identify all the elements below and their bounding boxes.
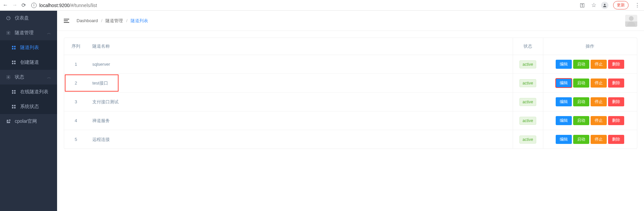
key-icon[interactable]: ⚿	[580, 2, 587, 8]
status-badge: active	[519, 136, 536, 144]
gear-icon	[6, 75, 11, 80]
chevron-up-icon: ︿	[47, 30, 51, 36]
sidebar-item-create-tunnel[interactable]: 创建隧道	[0, 55, 57, 70]
sidebar-item-label: 仪表盘	[15, 15, 29, 21]
url-bar[interactable]: i localhost:9200/#/tunnels/list	[29, 3, 97, 8]
stop-button[interactable]: 停止	[591, 97, 607, 106]
start-button[interactable]: 启动	[573, 116, 589, 125]
dashboard-icon	[6, 16, 11, 20]
sidebar-item-cpolar-site[interactable]: cpolar官网	[0, 114, 57, 129]
cell-name: 远程连接	[88, 130, 513, 149]
profile-button[interactable]	[601, 2, 608, 9]
chrome-right: ⚿ ☆ 更新 ⋮	[580, 1, 641, 9]
sidebar-toggle-icon[interactable]	[64, 18, 70, 24]
start-button[interactable]: 启动	[573, 135, 589, 144]
table-row: 5远程连接active编辑启动停止删除	[64, 130, 637, 149]
sidebar-item-label: 系统状态	[20, 104, 39, 110]
svg-point-0	[604, 4, 606, 5]
cell-name: test接口	[88, 74, 513, 93]
edit-button[interactable]: 编辑	[556, 78, 572, 88]
th-index: 序列	[64, 38, 88, 55]
grid-icon	[11, 45, 16, 50]
cell-index: 4	[64, 111, 88, 130]
delete-button[interactable]: 删除	[608, 116, 624, 125]
chevron-up-icon: ︿	[47, 74, 51, 80]
cell-actions: 编辑启动停止删除	[543, 111, 637, 130]
start-button[interactable]: 启动	[573, 60, 589, 69]
back-button[interactable]: ←	[3, 2, 8, 8]
main: Dashboard / 隧道管理 / 隧道列表 序列 隧道名称 状态 操作	[57, 11, 644, 211]
person-icon	[602, 3, 607, 8]
cell-actions: 编辑启动停止删除	[543, 74, 637, 93]
cell-status: active	[513, 74, 543, 93]
th-status: 状态	[513, 38, 543, 55]
svg-rect-6	[14, 48, 15, 49]
sidebar-item-online-tunnels[interactable]: 在线隧道列表	[0, 85, 57, 99]
delete-button[interactable]: 删除	[608, 78, 624, 88]
grid-icon	[11, 104, 16, 109]
svg-rect-16	[12, 105, 13, 106]
cell-actions: 编辑启动停止删除	[543, 130, 637, 149]
sidebar-item-label: 隧道管理	[15, 30, 34, 36]
avatar[interactable]	[625, 15, 637, 27]
status-badge: active	[519, 117, 536, 125]
edit-button[interactable]: 编辑	[556, 60, 572, 69]
svg-rect-9	[12, 63, 13, 64]
delete-button[interactable]: 删除	[608, 97, 624, 106]
reload-button[interactable]: ⟳	[21, 2, 26, 8]
stop-button[interactable]: 停止	[591, 116, 607, 125]
table-row: 4禅道服务active编辑启动停止删除	[64, 111, 637, 130]
sidebar: 仪表盘 隧道管理 ︿ 隧道列表 创建隧道 状态 ︿ 在线隧道列表 系统状态	[0, 11, 57, 211]
breadcrumb-sep: /	[126, 18, 128, 23]
sidebar-item-label: 在线隧道列表	[20, 89, 48, 95]
bookmark-star-icon[interactable]: ☆	[591, 2, 596, 9]
sidebar-item-status[interactable]: 状态 ︿	[0, 70, 57, 85]
kebab-menu-icon[interactable]: ⋮	[633, 2, 641, 8]
edit-button[interactable]: 编辑	[556, 97, 572, 106]
breadcrumb-current: 隧道列表	[131, 18, 148, 23]
sidebar-item-system-status[interactable]: 系统状态	[0, 99, 57, 114]
external-link-icon	[6, 119, 11, 124]
svg-rect-13	[14, 90, 15, 92]
start-button[interactable]: 启动	[573, 97, 589, 106]
sidebar-item-tunnel-manage[interactable]: 隧道管理 ︿	[0, 25, 57, 40]
status-badge: active	[519, 98, 536, 106]
status-badge: active	[519, 60, 536, 68]
svg-point-2	[8, 32, 9, 34]
edit-button[interactable]: 编辑	[556, 116, 572, 125]
cell-name: 支付接口测试	[88, 93, 513, 111]
cell-status: active	[513, 130, 543, 149]
sidebar-item-dashboard[interactable]: 仪表盘	[0, 11, 57, 25]
edit-button[interactable]: 编辑	[556, 135, 572, 144]
forward-button[interactable]: →	[12, 2, 17, 8]
grid-icon	[11, 90, 16, 94]
cell-name: 禅道服务	[88, 111, 513, 130]
table-row: 1sqlserveractive编辑启动停止删除	[64, 55, 637, 74]
svg-rect-19	[14, 107, 15, 108]
stop-button[interactable]: 停止	[591, 60, 607, 69]
cell-status: active	[513, 93, 543, 111]
breadcrumb-tunnel-manage[interactable]: 隧道管理	[105, 18, 123, 23]
svg-rect-3	[12, 46, 13, 47]
cell-status: active	[513, 55, 543, 74]
breadcrumb-dashboard[interactable]: Dashboard	[77, 18, 98, 23]
svg-point-11	[8, 76, 9, 78]
svg-rect-15	[14, 92, 15, 94]
svg-rect-14	[12, 92, 13, 94]
start-button[interactable]: 启动	[573, 78, 589, 88]
delete-button[interactable]: 删除	[608, 135, 624, 144]
update-button[interactable]: 更新	[613, 1, 629, 9]
breadcrumb-sep: /	[101, 18, 102, 23]
topbar: Dashboard / 隧道管理 / 隧道列表	[57, 11, 644, 31]
cell-index: 3	[64, 93, 88, 111]
browser-chrome: ← → ⟳ i localhost:9200/#/tunnels/list ⚿ …	[0, 0, 644, 11]
th-name: 隧道名称	[88, 38, 513, 55]
svg-rect-17	[14, 105, 15, 106]
stop-button[interactable]: 停止	[591, 135, 607, 144]
stop-button[interactable]: 停止	[591, 78, 607, 88]
delete-button[interactable]: 删除	[608, 60, 624, 69]
table-row: 3支付接口测试active编辑启动停止删除	[64, 93, 637, 111]
grid-icon	[11, 60, 16, 65]
sidebar-item-tunnel-list[interactable]: 隧道列表	[0, 40, 57, 55]
svg-rect-8	[14, 61, 15, 62]
